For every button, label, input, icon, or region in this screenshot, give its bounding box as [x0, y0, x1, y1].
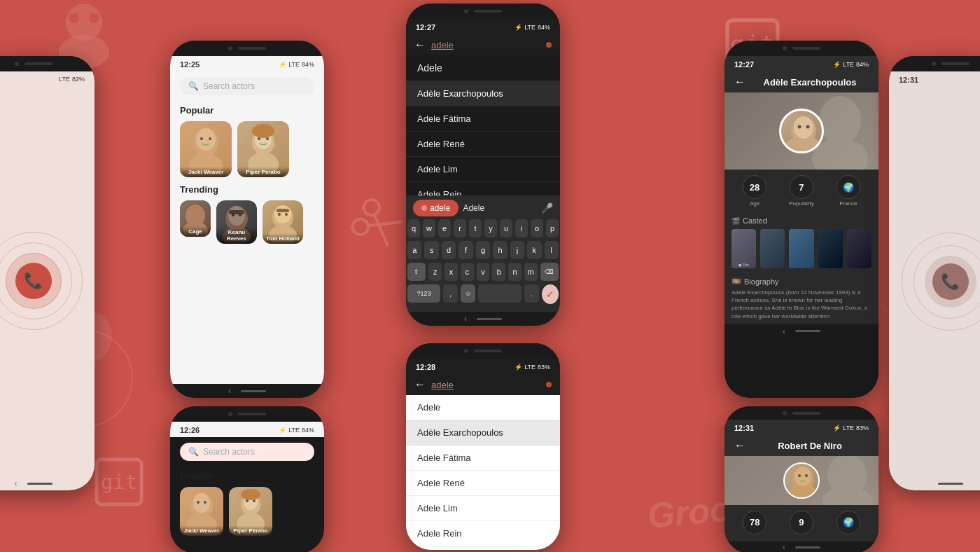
key-u[interactable]: u [500, 219, 512, 237]
back-button[interactable]: ← [414, 378, 426, 391]
movie-thumb-5[interactable] [847, 229, 872, 268]
phone-autocomplete: 12:27 ⚡ LTE 84% ← adele Adele Adèle Exar… [406, 4, 560, 326]
suggestion-adele-rene-b[interactable]: Adele René [406, 471, 560, 496]
svg-rect-39 [276, 209, 289, 212]
key-o[interactable]: o [531, 219, 543, 237]
nav-back[interactable]: ‹ [15, 478, 18, 488]
suggestion-adele-exarch[interactable]: Adèle Exarchopoulos [406, 81, 560, 106]
nav-home [795, 546, 820, 548]
suggestion-adele-lim[interactable]: Adele Lim [406, 157, 560, 182]
key-i[interactable]: i [515, 219, 528, 237]
casted-section: Casted ◼ Film [724, 212, 878, 272]
key-v[interactable]: v [477, 263, 490, 281]
key-y[interactable]: y [484, 219, 497, 237]
nav-back[interactable]: ‹ [783, 542, 785, 552]
movie-thumb-1[interactable]: ◼ Film [732, 229, 756, 268]
key-s[interactable]: s [424, 241, 438, 259]
actor-card-piper[interactable]: Piper Perabo [237, 121, 289, 177]
movie-thumb-4[interactable] [818, 229, 843, 268]
popular-section-title: Popular [170, 101, 324, 118]
key-m[interactable]: m [524, 263, 538, 281]
back-row: ← adele [406, 34, 560, 55]
popular-actors-grid: Jacki Weaver [170, 118, 324, 180]
call-button-right[interactable]: 📞 [932, 263, 969, 300]
suggestion-adele-fatima-b[interactable]: Adele Fátima [406, 446, 560, 471]
svg-point-62 [794, 467, 811, 486]
nav-back[interactable]: ‹ [783, 326, 785, 336]
back-button[interactable]: ← [734, 76, 746, 88]
keyboard[interactable]: adele Adele 🎤 q w e r t y u i o p a [406, 195, 560, 312]
suggestion-adele[interactable]: Adele [406, 55, 560, 81]
key-t[interactable]: t [469, 219, 482, 237]
suggestion-adele-fatima[interactable]: Adele Fátima [406, 106, 560, 132]
key-z[interactable]: z [428, 263, 442, 281]
suggestion-adele-exarch-b[interactable]: Adèle Exarchopoulos [406, 420, 560, 446]
actor-card-keanu[interactable]: Keanu Reeves [216, 200, 257, 244]
key-f[interactable]: f [458, 241, 472, 259]
key-c[interactable]: c [461, 263, 474, 281]
actor-card-tom[interactable]: Tom Holland [262, 200, 303, 244]
movie-strip: ◼ Film [732, 229, 872, 268]
key-k[interactable]: k [527, 241, 541, 259]
key-g[interactable]: g [476, 241, 490, 259]
svg-point-63 [798, 474, 801, 477]
movie-label-1: ◼ Film [733, 263, 755, 267]
suggestion-adele-rein[interactable]: Adele Rein [406, 182, 560, 195]
microphone-icon[interactable]: 🎤 [541, 202, 553, 214]
suggestion-adele-rene[interactable]: Adele René [406, 132, 560, 157]
status-icons: ⚡ LTE 83% [514, 364, 550, 371]
key-q[interactable]: q [407, 219, 420, 237]
call-button[interactable]: 📞 [15, 263, 52, 299]
key-backspace[interactable]: ⌫ [540, 263, 559, 281]
key-p[interactable]: p [546, 219, 559, 237]
actor-card-cage-partial[interactable]: Cage [180, 200, 211, 237]
key-x[interactable]: x [444, 263, 458, 281]
back-search-text: adele [431, 380, 454, 390]
key-d[interactable]: d [442, 241, 456, 259]
actor-portrait-circle [779, 109, 824, 153]
nav-back[interactable]: ‹ [228, 386, 231, 396]
robert-portrait [783, 462, 820, 499]
key-emoji[interactable]: ☺ [461, 284, 475, 303]
key-j[interactable]: j [510, 241, 524, 259]
key-l[interactable]: l [545, 241, 559, 259]
key-r[interactable]: r [454, 219, 466, 237]
key-period[interactable]: . [524, 284, 539, 303]
actor-card-jacki[interactable]: Jacki Weaver [180, 121, 232, 177]
nav-back[interactable]: ‹ [464, 314, 467, 324]
status-icons: ⚡ LTE 84% [833, 61, 869, 68]
back-button[interactable]: ← [414, 39, 426, 51]
suggestion-adele-rein-b[interactable]: Adele Rein [406, 521, 560, 546]
key-send[interactable]: ✓ [542, 284, 559, 304]
battery-icon: 83% [538, 364, 550, 371]
svg-point-61 [786, 485, 820, 499]
actor-stats-row: 28 Age 7 Popularity 🌍 France [724, 170, 878, 212]
key-h[interactable]: h [493, 241, 507, 259]
key-space[interactable] [478, 284, 521, 303]
suggestion-adele-keating-b[interactable]: Adele Keating [406, 546, 560, 550]
suggestion-adele-b[interactable]: Adele [406, 395, 560, 420]
key-shift[interactable]: ⇧ [407, 263, 426, 281]
search-bar[interactable]: 🔍 Search actors [180, 77, 314, 95]
key-w[interactable]: w [423, 219, 435, 237]
actor-card-jacki-b[interactable]: Jacki Weaver [180, 487, 223, 536]
key-n[interactable]: n [508, 263, 522, 281]
movie-thumb-3[interactable] [789, 229, 813, 268]
search-bar-bottom[interactable]: 🔍 Search actors [180, 443, 314, 461]
robert-detail-header: ← Robert De Niro [724, 435, 878, 456]
back-button[interactable]: ← [734, 439, 746, 452]
call-screen: 📞 [0, 85, 94, 476]
movie-thumb-2[interactable] [760, 229, 785, 268]
phone-top-bar [889, 56, 980, 71]
suggestion-adele-lim-b[interactable]: Adele Lim [406, 496, 560, 521]
actor-card-piper-b[interactable]: Piper Perabo [229, 487, 272, 536]
biography-section: 🎞️ Biography Adèle Exarchopoulos (born 2… [724, 272, 878, 324]
key-b[interactable]: b [492, 263, 505, 281]
key-e[interactable]: e [438, 219, 451, 237]
key-comma[interactable]: , [443, 284, 458, 303]
notch-dot [932, 62, 936, 66]
key-123[interactable]: ?123 [407, 284, 440, 303]
svg-point-59 [822, 486, 872, 505]
svg-point-19 [209, 137, 211, 140]
key-a[interactable]: a [407, 241, 421, 259]
